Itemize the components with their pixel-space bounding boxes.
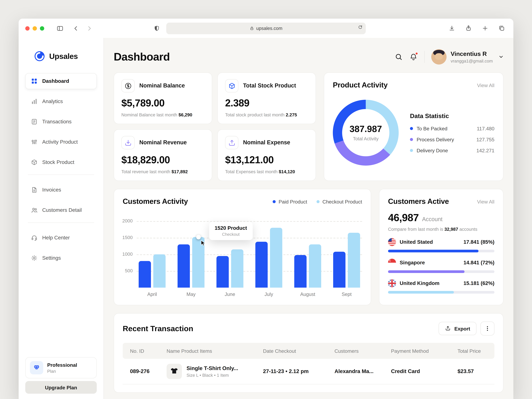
product-name: Single T-Shirt Only... — [187, 365, 238, 371]
invoices-icon — [31, 187, 38, 193]
main-content: Dashboard Vincentius R vrangga1@ — [104, 38, 513, 399]
active-count-label: Account — [422, 216, 443, 223]
sidebar-item-activity-product[interactable]: Activity Product — [25, 134, 97, 150]
donut-chart: 387.987 Total Activity — [333, 100, 399, 165]
panel-title: Recent Transaction — [123, 324, 193, 333]
stat-label: Total Stock Product — [243, 82, 296, 89]
view-all-link[interactable]: View All — [477, 199, 494, 204]
plot-area: 1520 Product Checkout AprilMayJuneJulyAu… — [137, 216, 362, 297]
stat-card-total-stock: Total Stock Product 2.389 Total stock pr… — [217, 72, 316, 124]
progress-fill — [388, 291, 454, 294]
legend-dot — [273, 200, 276, 203]
sidebar-item-customers-detail[interactable]: Customers Detail — [25, 202, 97, 218]
browser-window: upsales.com — [19, 19, 513, 399]
singapore-flag-icon — [388, 259, 396, 267]
avatar — [431, 49, 447, 64]
sidebar-item-label: Help Center — [42, 235, 70, 241]
bar-chart: 200015001000500 1520 Product Checkout — [123, 216, 362, 297]
kebab-icon — [484, 325, 490, 331]
forward-button[interactable] — [84, 24, 94, 33]
progress-track — [388, 270, 494, 273]
minimize-window-button[interactable] — [32, 26, 37, 31]
zoom-window-button[interactable] — [40, 26, 44, 31]
sidebar-item-transactions[interactable]: Transactions — [25, 114, 97, 130]
progress-track — [388, 291, 494, 294]
progress-fill — [388, 250, 478, 252]
box-icon — [225, 79, 238, 92]
view-all-link[interactable]: View All — [477, 82, 494, 88]
bar-checkout-sept[interactable] — [348, 233, 360, 288]
url-text: upsales.com — [256, 25, 282, 31]
y-axis-label: 2000 — [122, 218, 133, 223]
new-tab-icon[interactable] — [480, 24, 490, 33]
export-icon — [445, 325, 451, 331]
sidebar-item-help-center[interactable]: Help Center — [25, 230, 97, 246]
export-button[interactable]: Export — [439, 322, 476, 335]
bar-checkout-july[interactable] — [270, 228, 282, 288]
panel-title: Customers Activity — [123, 197, 188, 206]
privacy-shield-icon[interactable] — [152, 24, 162, 33]
user-name: Vincentius R — [451, 51, 493, 57]
customers-icon — [31, 207, 38, 214]
plan-diamond-icon — [30, 361, 43, 374]
legend-item: Process Delivery 127.755 — [410, 137, 494, 142]
bar-checkout-april[interactable] — [153, 254, 165, 288]
bar-paid-april[interactable] — [139, 261, 151, 288]
sidebar-item-stock-product[interactable]: Stock Product — [25, 154, 97, 170]
plan-card: Professional Plan — [25, 357, 97, 378]
lock-icon — [250, 26, 254, 31]
legend-dot — [317, 200, 319, 203]
bar-group-april: April — [139, 216, 165, 297]
sidebar-item-analytics[interactable]: Analytics — [25, 93, 97, 109]
payment-method: Credit Card — [387, 368, 454, 374]
more-options-button[interactable] — [481, 322, 494, 336]
bar-paid-july[interactable] — [255, 242, 268, 288]
stat-card-nominal-revenue: Nominal Revenue $18,829.00 Total revenue… — [114, 129, 212, 181]
refresh-icon[interactable] — [358, 25, 363, 31]
bar-group-august: August — [294, 216, 321, 297]
table-row[interactable]: 089-276 Single T-Shirt Only... Size L • … — [123, 359, 494, 384]
x-axis-label: April — [147, 291, 157, 297]
upgrade-plan-button[interactable]: Upgrade Plan — [25, 381, 97, 394]
compare-text: Compare from last month is 32,987 accoun… — [388, 227, 494, 232]
uk-flag-icon — [388, 279, 396, 287]
sidebar-item-invoices[interactable]: Invoices — [25, 182, 97, 198]
bar-paid-june[interactable] — [216, 256, 229, 288]
x-axis-label: July — [265, 291, 273, 297]
active-count: 46,987 — [388, 212, 419, 224]
plan-type: Plan — [47, 369, 77, 374]
sidebar-item-label: Stock Product — [42, 159, 74, 165]
share-icon[interactable] — [463, 24, 474, 33]
bar-paid-may[interactable] — [177, 244, 190, 288]
sidebar-item-dashboard[interactable]: Dashboard — [25, 73, 97, 89]
recent-transaction-panel: Recent Transaction Export No. ID Name Pr… — [114, 313, 503, 393]
close-window-button[interactable] — [25, 26, 30, 31]
stat-card-nominal-balance: Nominal Balance $5,789.00 Nominal Balanc… — [114, 72, 212, 124]
total-price: $23.57 — [454, 368, 491, 374]
bar-paid-sept[interactable] — [333, 252, 345, 288]
bar-checkout-june[interactable] — [231, 249, 243, 288]
back-button[interactable] — [71, 24, 81, 33]
sidebar: Upsales Dashboard Analytics Transactions — [19, 38, 104, 399]
panel-title: Product Activity — [333, 81, 388, 89]
transactions-icon — [31, 118, 38, 125]
product-cell: Single T-Shirt Only... Size L • Black • … — [163, 364, 259, 379]
sidebar-item-label: Analytics — [42, 98, 63, 104]
search-icon[interactable] — [395, 53, 403, 61]
chart-tooltip: 1520 Product Checkout — [209, 222, 253, 240]
sidebar-toggle-icon[interactable] — [55, 24, 65, 33]
legend-title: Data Statistic — [410, 112, 494, 120]
stat-value: $5,789.00 — [121, 97, 204, 109]
notifications-bell-icon[interactable] — [409, 53, 418, 61]
bar-checkout-august[interactable] — [309, 244, 321, 288]
bar-paid-august[interactable] — [294, 255, 307, 288]
tab-overview-icon[interactable] — [497, 24, 507, 33]
desktop-background: upsales.com — [0, 0, 532, 399]
downloads-icon[interactable] — [447, 24, 457, 33]
url-bar[interactable]: upsales.com — [166, 23, 366, 34]
country-row-singapore: Singapore 14.841 (72%) — [388, 259, 494, 273]
user-menu[interactable]: Vincentius R vrangga1@gmail.com — [431, 49, 503, 64]
sidebar-item-settings[interactable]: Settings — [25, 250, 97, 266]
sidebar-divider — [28, 222, 94, 223]
y-axis-label: 1500 — [122, 235, 133, 240]
